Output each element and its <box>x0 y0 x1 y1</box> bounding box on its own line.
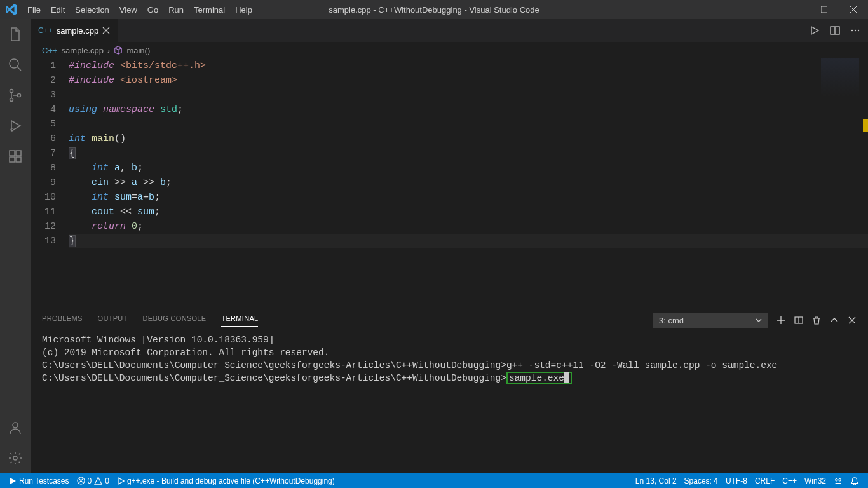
panel-tab-output[interactable]: OUTPUT <box>98 315 128 327</box>
svg-point-4 <box>10 98 13 102</box>
svg-point-2 <box>10 59 18 68</box>
breadcrumb-symbol[interactable]: main() <box>126 46 150 55</box>
cpp-file-icon: C++ <box>42 46 58 55</box>
editor-tab-sample-cpp[interactable]: C++ sample.cpp <box>31 19 118 42</box>
notifications-icon[interactable] <box>846 477 863 485</box>
menu-edit[interactable]: Edit <box>46 0 70 19</box>
build-task-label: g++.exe - Build and debug active file (C… <box>127 477 335 485</box>
problems-status[interactable]: 0 0 <box>73 473 113 488</box>
menu-run[interactable]: Run <box>163 0 189 19</box>
svg-rect-7 <box>10 151 15 156</box>
maximize-button[interactable] <box>810 0 839 19</box>
language-mode[interactable]: C++ <box>778 477 801 485</box>
chevron-down-icon <box>756 317 762 323</box>
build-task-button[interactable]: g++.exe - Build and debug active file (C… <box>113 473 339 488</box>
bottom-panel: PROBLEMSOUTPUTDEBUG CONSOLETERMINAL 3: c… <box>31 309 868 473</box>
errors-count: 0 <box>88 477 92 485</box>
search-icon[interactable] <box>0 50 31 80</box>
panel-tab-problems[interactable]: PROBLEMS <box>42 315 83 327</box>
run-testcases-button[interactable]: Run Testcases <box>5 473 73 488</box>
svg-point-21 <box>836 478 838 481</box>
close-tab-icon[interactable] <box>102 27 110 34</box>
split-terminal-icon[interactable] <box>794 316 803 325</box>
cpp-file-icon: C++ <box>38 26 53 35</box>
menu-bar: FileEditSelectionViewGoRunTerminalHelp <box>22 0 257 19</box>
kill-terminal-icon[interactable] <box>812 316 821 325</box>
eol[interactable]: CRLF <box>751 477 778 485</box>
panel-header: PROBLEMSOUTPUTDEBUG CONSOLETERMINAL 3: c… <box>31 309 868 331</box>
vscode-logo-icon <box>0 4 22 15</box>
new-terminal-icon[interactable] <box>776 316 785 325</box>
menu-selection[interactable]: Selection <box>70 0 114 19</box>
statusbar: Run Testcases 0 0 g++.exe - Build and de… <box>0 473 868 488</box>
svg-rect-10 <box>16 151 21 156</box>
menu-view[interactable]: View <box>114 0 142 19</box>
symbol-icon <box>114 46 123 55</box>
overview-ruler-marker <box>863 119 868 132</box>
menu-help[interactable]: Help <box>230 0 257 19</box>
source-control-icon[interactable] <box>0 80 31 111</box>
encoding[interactable]: UTF-8 <box>722 477 751 485</box>
menu-file[interactable]: File <box>22 0 46 19</box>
breadcrumbs[interactable]: C++ sample.cpp › main() <box>31 42 868 58</box>
menu-terminal[interactable]: Terminal <box>189 0 230 19</box>
svg-rect-9 <box>16 157 21 162</box>
cursor-position[interactable]: Ln 13, Col 2 <box>632 477 681 485</box>
window-title: sample.cpp - C++WithoutDebugging - Visua… <box>329 5 539 15</box>
terminal-cursor <box>564 372 569 383</box>
minimap[interactable] <box>821 58 859 97</box>
terminal-command-highlight: sample.exe <box>506 372 572 384</box>
svg-point-16 <box>855 30 856 31</box>
svg-point-15 <box>851 30 853 31</box>
run-debug-icon[interactable] <box>0 111 31 141</box>
close-panel-icon[interactable] <box>848 316 857 325</box>
activity-bar <box>0 19 31 473</box>
more-actions-icon[interactable] <box>850 25 860 36</box>
maximize-panel-icon[interactable] <box>830 316 839 325</box>
run-file-icon[interactable] <box>810 25 820 36</box>
breadcrumb-file[interactable]: sample.cpp <box>62 46 104 55</box>
explorer-icon[interactable] <box>0 19 31 50</box>
terminal-selector[interactable]: 3: cmd <box>653 313 768 328</box>
indentation[interactable]: Spaces: 4 <box>681 477 722 485</box>
terminal-selector-label: 3: cmd <box>659 316 684 325</box>
run-testcases-label: Run Testcases <box>19 477 69 485</box>
svg-rect-0 <box>792 10 798 10</box>
panel-tab-terminal[interactable]: TERMINAL <box>221 315 258 327</box>
accounts-icon[interactable] <box>0 412 31 443</box>
editor[interactable]: 12345678910111213 #include <bits/stdc++.… <box>31 58 868 309</box>
tab-filename: sample.cpp <box>57 26 98 36</box>
titlebar: FileEditSelectionViewGoRunTerminalHelp s… <box>0 0 868 19</box>
minimize-button[interactable] <box>780 0 810 19</box>
menu-go[interactable]: Go <box>142 0 163 19</box>
svg-point-17 <box>858 30 859 31</box>
svg-point-11 <box>13 423 18 428</box>
editor-tabs: C++ sample.cpp <box>31 19 868 42</box>
feedback-icon[interactable] <box>830 477 846 485</box>
close-button[interactable] <box>839 0 868 19</box>
platform[interactable]: Win32 <box>801 477 830 485</box>
svg-point-3 <box>10 90 13 93</box>
svg-point-22 <box>839 478 841 481</box>
panel-tab-debug-console[interactable]: DEBUG CONSOLE <box>143 315 207 327</box>
code-content[interactable]: #include <bits/stdc++.h>#include <iostre… <box>69 58 868 309</box>
extensions-icon[interactable] <box>0 141 31 172</box>
svg-point-5 <box>18 94 21 97</box>
svg-point-12 <box>13 456 17 460</box>
chevron-right-icon: › <box>107 46 110 55</box>
warnings-count: 0 <box>105 477 109 485</box>
split-editor-icon[interactable] <box>830 25 840 36</box>
svg-rect-1 <box>821 6 827 13</box>
settings-gear-icon[interactable] <box>0 443 31 473</box>
svg-rect-8 <box>10 157 15 162</box>
line-number-gutter: 12345678910111213 <box>31 58 69 309</box>
terminal-body[interactable]: Microsoft Windows [Version 10.0.18363.95… <box>31 331 868 473</box>
